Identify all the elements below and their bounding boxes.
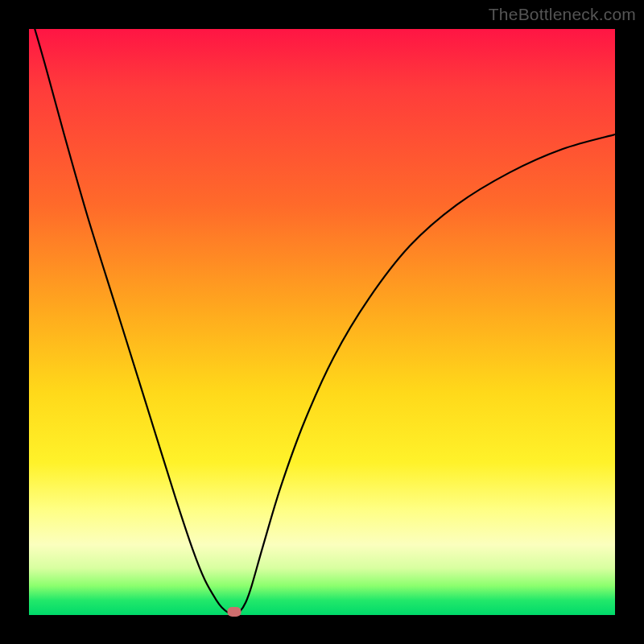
chart-frame: TheBottleneck.com xyxy=(0,0,644,644)
optimal-point-marker xyxy=(227,607,241,617)
plot-area xyxy=(29,29,615,615)
bottleneck-curve xyxy=(29,29,615,615)
watermark-text: TheBottleneck.com xyxy=(489,5,636,24)
